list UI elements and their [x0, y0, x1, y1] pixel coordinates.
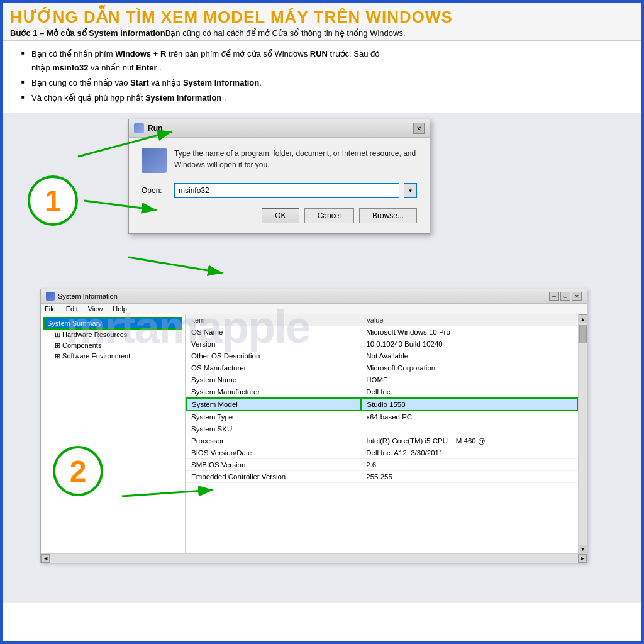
table-row: System Type x64-based PC: [186, 411, 577, 423]
sysinfo-title-text: System Information: [58, 292, 118, 300]
run-open-input[interactable]: [174, 183, 399, 198]
row-value: Microsoft Windows 10 Pro: [361, 326, 577, 338]
row-value: Dell Inc.: [361, 386, 577, 399]
sysinfo-window-buttons: ─ ▭ ✕: [549, 292, 582, 301]
scroll-htrack: [50, 554, 578, 563]
run-cancel-button[interactable]: Cancel: [304, 208, 354, 223]
tree-item-system-summary[interactable]: System Summary: [43, 317, 182, 330]
run-ok-button[interactable]: OK: [262, 208, 299, 223]
sysinfo-restore-button[interactable]: ▭: [560, 292, 570, 301]
run-dialog-body: Type the name of a program, folder, docu…: [129, 138, 430, 233]
svg-line-3: [128, 257, 223, 273]
run-icon: [134, 123, 144, 133]
scroll-up-button[interactable]: ▲: [579, 314, 587, 323]
page-subtitle: Bước 1 – Mở cửa sổ System InformationBạn…: [10, 28, 634, 38]
sysinfo-horizontal-scrollbar[interactable]: ◀ ▶: [41, 553, 587, 562]
table-row: SMBIOS Version 2.6: [186, 459, 577, 471]
menu-view[interactable]: View: [88, 305, 103, 313]
row-item: Processor: [186, 435, 361, 447]
row-value: 255.255: [361, 471, 577, 483]
instruction-item-1: Bạn có thể nhấn phím Windows + R trên bà…: [21, 47, 629, 75]
scroll-down-button[interactable]: ▼: [579, 545, 587, 553]
step-circle-1: 1: [28, 175, 78, 226]
instruction-item-3: Và chọn kết quả phù hợp nhất System Info…: [21, 91, 629, 105]
run-dialog: Run ✕ Type the name of a program, folder…: [128, 119, 430, 234]
instructions-section: Bạn có thể nhấn phím Windows + R trên bà…: [3, 41, 641, 113]
run-buttons-area: OK Cancel Browse...: [142, 208, 417, 223]
sysinfo-left-panel: System Summary ⊞ Hardware Resources ⊞ Co…: [41, 314, 186, 553]
run-image-icon: [142, 148, 167, 173]
page-title: HƯỚNG DẪN TÌM XEM MODEL MÁY TRÊN WINDOWS: [10, 8, 634, 27]
row-item: SMBIOS Version: [186, 459, 361, 471]
run-browse-button[interactable]: Browse...: [359, 208, 417, 223]
row-item: OS Manufacturer: [186, 362, 361, 374]
row-item: Version: [186, 338, 361, 350]
col-header-value: Value: [361, 314, 577, 326]
table-row: Processor Intel(R) Core(TM) i5 CPU M 460…: [186, 435, 577, 447]
run-close-button[interactable]: ✕: [413, 123, 425, 134]
row-item: System Type: [186, 411, 361, 423]
main-area: mrtamapple 1 Run ✕ Type t: [3, 113, 641, 603]
row-item: System Manufacturer: [186, 386, 361, 399]
menu-file[interactable]: File: [45, 305, 56, 313]
tree-item-software[interactable]: ⊞ Software Environment: [43, 351, 182, 362]
row-value: Microsoft Corporation: [361, 362, 577, 374]
sysinfo-table: Item Value OS Name Microsoft Windows 10 …: [186, 314, 578, 483]
page-header: HƯỚNG DẪN TÌM XEM MODEL MÁY TRÊN WINDOWS…: [3, 3, 641, 41]
sysinfo-titlebar: System Information ─ ▭ ✕: [41, 289, 587, 304]
table-row: System Name HOME: [186, 374, 577, 386]
row-value: Dell Inc. A12, 3/30/2011: [361, 447, 577, 459]
scroll-thumb[interactable]: [579, 325, 587, 343]
scroll-left-button[interactable]: ◀: [41, 554, 50, 563]
table-row: OS Manufacturer Microsoft Corporation: [186, 362, 577, 374]
run-title-text: Run: [148, 124, 162, 133]
instructions-list: Bạn có thể nhấn phím Windows + R trên bà…: [15, 47, 629, 105]
row-item: Embedded Controller Version: [186, 471, 361, 483]
menu-help[interactable]: Help: [113, 305, 127, 313]
sysinfo-vertical-scrollbar[interactable]: ▲ ▼: [578, 314, 587, 553]
run-dialog-titlebar: Run ✕: [129, 119, 430, 138]
menu-edit[interactable]: Edit: [66, 305, 78, 313]
subtitle-bold: Bước 1 – Mở cửa sổ System Information: [10, 28, 165, 38]
table-row: Version 10.0.10240 Build 10240: [186, 338, 577, 350]
run-dropdown-button[interactable]: ▼: [404, 183, 417, 198]
row-value: Intel(R) Core(TM) i5 CPU M 460 @: [361, 435, 577, 447]
sysinfo-minimize-button[interactable]: ─: [549, 292, 559, 301]
sysinfo-close-button[interactable]: ✕: [572, 292, 582, 301]
table-row: OS Name Microsoft Windows 10 Pro: [186, 326, 577, 338]
row-value-system-model: Studio 1558: [361, 398, 577, 411]
run-description-area: Type the name of a program, folder, docu…: [142, 148, 417, 173]
sysinfo-right-panel: Item Value OS Name Microsoft Windows 10 …: [186, 314, 578, 553]
row-value: 10.0.10240 Build 10240: [361, 338, 577, 350]
sysinfo-title-left: System Information: [46, 292, 118, 301]
row-item-system-model: System Model: [186, 398, 361, 411]
col-header-item: Item: [186, 314, 361, 326]
sysinfo-window: System Information ─ ▭ ✕ File Edit View …: [40, 289, 587, 563]
subtitle-normal: Bạn cũng có hai cách để mở Cửa sổ thông …: [165, 28, 406, 38]
row-value: 2.6: [361, 459, 577, 471]
scroll-right-button[interactable]: ▶: [578, 554, 587, 563]
scroll-track: [579, 323, 587, 545]
run-title-left: Run: [134, 123, 162, 133]
run-description-text: Type the name of a program, folder, docu…: [174, 148, 417, 170]
row-item: System SKU: [186, 423, 361, 435]
tree-item-hardware[interactable]: ⊞ Hardware Resources: [43, 330, 182, 340]
table-row: BIOS Version/Date Dell Inc. A12, 3/30/20…: [186, 447, 577, 459]
instruction-item-2: Bạn cũng có thể nhấp vào Start và nhập S…: [21, 76, 629, 90]
step-circle-2: 2: [53, 446, 103, 496]
sysinfo-body: System Summary ⊞ Hardware Resources ⊞ Co…: [41, 314, 587, 553]
row-value: HOME: [361, 374, 577, 386]
run-open-label: Open:: [142, 186, 169, 195]
table-row: Other OS Description Not Available: [186, 350, 577, 362]
table-row: System Manufacturer Dell Inc.: [186, 386, 577, 399]
row-value: x64-based PC: [361, 411, 577, 423]
row-item: OS Name: [186, 326, 361, 338]
sysinfo-menubar: File Edit View Help: [41, 304, 587, 314]
row-value: [361, 423, 577, 435]
sysinfo-icon: [46, 292, 55, 301]
row-item: System Name: [186, 374, 361, 386]
tree-item-components[interactable]: ⊞ Components: [43, 340, 182, 351]
row-item: Other OS Description: [186, 350, 361, 362]
table-row: Embedded Controller Version 255.255: [186, 471, 577, 483]
table-row: System SKU: [186, 423, 577, 435]
